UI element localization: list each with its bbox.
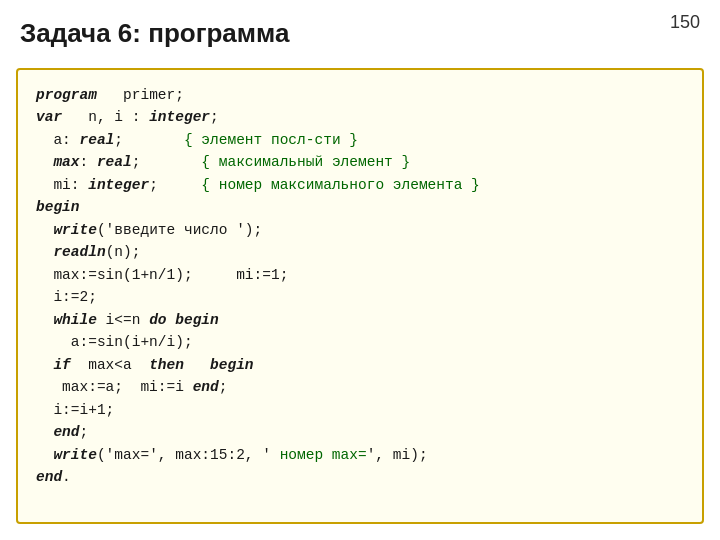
- page-number: 150: [670, 12, 700, 33]
- page-title: Задача 6: программа: [20, 18, 289, 49]
- code-block: program primer; var n, i : integer; a: r…: [16, 68, 704, 524]
